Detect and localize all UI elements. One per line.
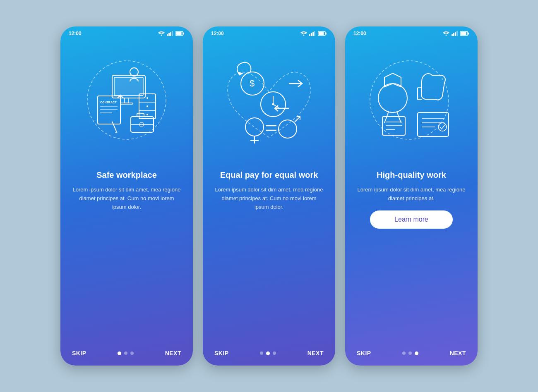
svg-line-62 bbox=[397, 112, 401, 123]
svg-point-60 bbox=[378, 84, 407, 112]
svg-point-43 bbox=[272, 103, 274, 105]
dot-3-2 bbox=[408, 351, 412, 355]
svg-point-51 bbox=[446, 35, 447, 36]
dot-3-3 bbox=[415, 351, 418, 355]
svg-rect-7 bbox=[183, 33, 185, 35]
dot-2-3 bbox=[273, 351, 276, 355]
phones-container: 12:00 bbox=[60, 26, 478, 366]
content-1: Safe workplace Lorem ipsum dolor sit dim… bbox=[60, 170, 193, 343]
phone-1: 12:00 bbox=[60, 26, 193, 366]
next-btn-3[interactable]: NEXT bbox=[450, 350, 466, 356]
svg-rect-31 bbox=[309, 34, 310, 36]
svg-rect-58 bbox=[468, 33, 469, 35]
battery-icon-3 bbox=[460, 31, 469, 36]
svg-point-17 bbox=[147, 97, 148, 99]
dot-3-1 bbox=[402, 351, 406, 355]
title-3: High-quality work bbox=[357, 170, 466, 180]
dots-1 bbox=[118, 351, 134, 355]
svg-text:$: $ bbox=[250, 78, 255, 88]
illustration-2: $ bbox=[203, 38, 335, 170]
svg-rect-2 bbox=[168, 33, 170, 36]
svg-rect-10 bbox=[114, 77, 143, 96]
status-bar-3: 12:00 bbox=[345, 26, 478, 38]
title-2: Equal pay for equal work bbox=[214, 170, 324, 180]
status-bar-2: 12:00 bbox=[203, 26, 335, 38]
svg-rect-33 bbox=[312, 32, 314, 36]
svg-point-19 bbox=[147, 114, 148, 115]
skip-btn-1[interactable]: SKIP bbox=[72, 350, 86, 356]
dot-1-3 bbox=[130, 351, 134, 355]
signal-icon-3 bbox=[452, 31, 458, 36]
svg-rect-11 bbox=[125, 98, 129, 103]
svg-line-25 bbox=[112, 122, 116, 131]
svg-point-0 bbox=[161, 35, 162, 36]
dot-1-2 bbox=[124, 351, 127, 355]
svg-rect-55 bbox=[456, 31, 458, 36]
nav-bar-1: SKIP NEXT bbox=[60, 343, 193, 366]
svg-rect-37 bbox=[326, 33, 327, 35]
signal-icon-2 bbox=[309, 31, 316, 36]
body-2: Lorem ipsum dolor sit dim amet, mea regi… bbox=[214, 186, 324, 211]
svg-rect-36 bbox=[319, 32, 324, 35]
svg-point-18 bbox=[147, 105, 148, 107]
nav-bar-2: SKIP NEXT bbox=[203, 343, 335, 366]
nav-bar-3: SKIP NEXT bbox=[345, 343, 478, 366]
svg-rect-64 bbox=[418, 112, 449, 136]
svg-point-44 bbox=[245, 118, 264, 136]
svg-rect-20 bbox=[98, 96, 120, 124]
content-2: Equal pay for equal work Lorem ipsum dol… bbox=[203, 170, 335, 343]
svg-rect-3 bbox=[170, 32, 171, 36]
status-icons-1 bbox=[158, 31, 185, 36]
svg-rect-53 bbox=[453, 33, 454, 36]
learn-more-button[interactable]: Learn more bbox=[370, 210, 453, 229]
dot-1-1 bbox=[118, 351, 121, 355]
battery-icon bbox=[175, 31, 185, 36]
dots-2 bbox=[260, 351, 276, 355]
title-1: Safe workplace bbox=[72, 170, 181, 180]
svg-rect-4 bbox=[172, 31, 173, 36]
dot-2-1 bbox=[260, 351, 263, 355]
illustration-1: CONTRACT bbox=[60, 38, 193, 170]
time-1: 12:00 bbox=[69, 31, 82, 36]
body-1: Lorem ipsum dolor sit dim amet, mea regi… bbox=[72, 186, 181, 211]
time-2: 12:00 bbox=[211, 31, 224, 36]
time-3: 12:00 bbox=[353, 31, 366, 36]
wifi-icon bbox=[158, 31, 165, 36]
illustration-3 bbox=[345, 38, 478, 170]
svg-text:CONTRACT: CONTRACT bbox=[100, 101, 117, 104]
svg-rect-12 bbox=[120, 103, 133, 104]
next-btn-2[interactable]: NEXT bbox=[307, 350, 324, 356]
body-3: Lorem ipsum dolor sit dim amet, mea regi… bbox=[357, 186, 466, 203]
phone-2: 12:00 bbox=[203, 26, 335, 366]
phone-3: 12:00 bbox=[345, 26, 478, 366]
wifi-icon-2 bbox=[300, 31, 307, 36]
svg-point-49 bbox=[279, 120, 297, 138]
svg-rect-54 bbox=[455, 32, 456, 36]
svg-point-8 bbox=[87, 61, 166, 139]
svg-rect-34 bbox=[314, 31, 315, 36]
svg-rect-57 bbox=[461, 32, 466, 35]
skip-btn-3[interactable]: SKIP bbox=[357, 350, 371, 356]
svg-rect-32 bbox=[311, 33, 312, 36]
svg-marker-26 bbox=[115, 131, 118, 133]
battery-icon-2 bbox=[318, 31, 327, 36]
status-bar-1: 12:00 bbox=[60, 26, 193, 38]
svg-rect-6 bbox=[176, 32, 182, 35]
svg-rect-52 bbox=[452, 34, 453, 36]
status-icons-2 bbox=[300, 31, 327, 36]
svg-line-50 bbox=[295, 117, 300, 122]
signal-icon bbox=[167, 31, 173, 36]
dot-2-2 bbox=[266, 351, 270, 355]
next-btn-1[interactable]: NEXT bbox=[165, 350, 181, 356]
skip-btn-2[interactable]: SKIP bbox=[214, 350, 229, 356]
status-icons-3 bbox=[443, 31, 469, 36]
svg-rect-1 bbox=[167, 34, 168, 36]
dots-3 bbox=[402, 351, 418, 355]
svg-line-61 bbox=[384, 112, 389, 123]
svg-point-68 bbox=[438, 123, 447, 131]
svg-point-30 bbox=[303, 35, 305, 36]
wifi-icon-3 bbox=[443, 31, 449, 36]
content-3: High-quality work Lorem ipsum dolor sit … bbox=[345, 170, 478, 343]
